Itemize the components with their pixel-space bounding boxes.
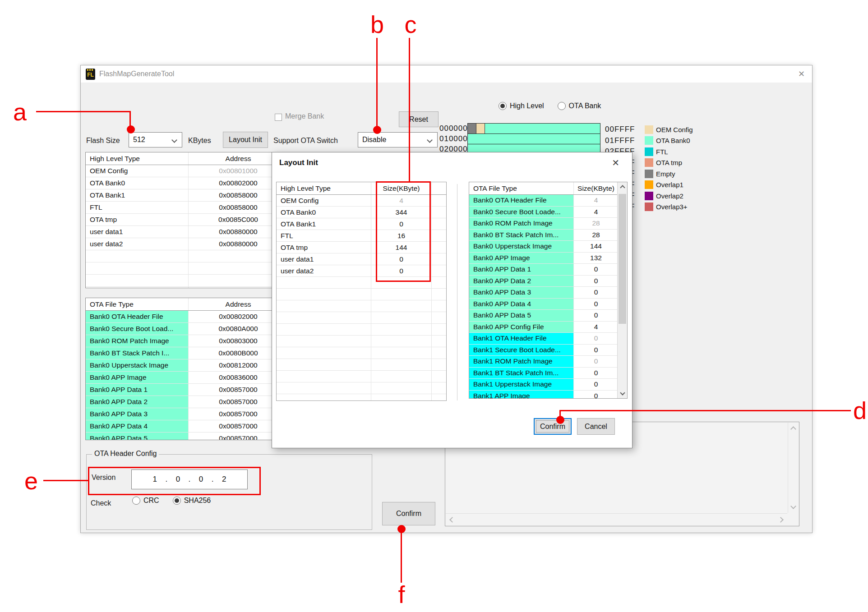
table-row[interactable]: Bank0 APP Image132 [469, 253, 627, 264]
legend-swatch [645, 125, 653, 134]
table-row[interactable]: Bank0 ROM Patch Image28 [469, 218, 627, 230]
table-row[interactable]: Bank0 APP Data 10 [469, 264, 627, 276]
view-radio-ota-bank[interactable] [558, 102, 566, 110]
table-row[interactable]: Bank0 APP Data 10x00857000 [86, 384, 288, 396]
scroll-right-icon[interactable] [778, 517, 784, 523]
table-row[interactable]: Bank0 BT Stack Patch I...0x0080B000 [86, 347, 288, 359]
table-row[interactable]: FTL0x00858000 [86, 202, 288, 214]
table-row-empty [277, 324, 446, 336]
cell-value[interactable]: 4 [574, 207, 618, 218]
cell-value[interactable]: 0 [574, 356, 618, 367]
cell-empty [277, 382, 371, 394]
cell-value[interactable]: 0 [574, 391, 618, 399]
table-row[interactable]: Bank0 Secure Boot Loade...4 [469, 207, 627, 218]
window-title: FlashMapGenerateTool [99, 70, 174, 78]
dialog-confirm-button[interactable]: Confirm [534, 418, 572, 435]
cell-value[interactable]: 4 [574, 322, 618, 333]
flash-size-combobox[interactable]: 512 [129, 132, 182, 147]
cell-value[interactable]: 0 [574, 310, 618, 321]
cell-value[interactable]: 0 [574, 276, 618, 287]
table-row[interactable]: Bank1 OTA Header File0 [469, 333, 627, 345]
dialog-close-icon[interactable]: ✕ [612, 157, 619, 168]
cell-value[interactable]: 0 [574, 368, 618, 379]
cell-type: Bank0 BT Stack Patch I... [86, 347, 189, 359]
table-row[interactable]: Bank0 OTA Header File0x00802000 [86, 311, 288, 323]
sdcard-pins-icon [87, 69, 94, 71]
check-radio-sha256[interactable] [173, 497, 181, 505]
cell-value[interactable]: 132 [574, 253, 618, 264]
annotation-letter-c: c [405, 12, 417, 37]
table-row[interactable]: Bank0 APP Data 50 [469, 310, 627, 322]
cell-type: Bank1 APP Image [469, 391, 574, 399]
table-row[interactable]: Bank1 ROM Patch Image0 [469, 356, 627, 368]
check-radio-crc[interactable] [132, 497, 140, 505]
table-row[interactable]: Bank1 Upperstack Image0 [469, 379, 627, 391]
table-row[interactable]: Bank0 APP Data 30x00857000 [86, 408, 288, 420]
cell-value[interactable]: 0 [574, 333, 618, 344]
table-row[interactable]: Bank0 APP Config File4 [469, 322, 627, 333]
scroll-down-icon[interactable] [790, 503, 796, 509]
dialog-scrollbar[interactable] [617, 182, 627, 398]
table-row[interactable]: Bank1 BT Stack Patch Im...0 [469, 368, 627, 379]
table-row[interactable]: Bank0 Upperstack Image0x00812000 [86, 359, 288, 372]
table-header-row: OTA File TypeAddress [86, 298, 288, 311]
table-row[interactable]: Bank0 Upperstack Image144 [469, 241, 627, 253]
support-ota-combobox[interactable]: Disable [358, 132, 438, 147]
column-header-type: OTA File Type [469, 182, 574, 194]
scroll-up-button[interactable] [618, 182, 627, 193]
table-row[interactable]: OEM Config0x00801000 [86, 165, 288, 177]
cell-value[interactable]: 0 [574, 299, 618, 310]
table-row[interactable]: OTA Bank10x00858000 [86, 189, 288, 202]
cell-type: OEM Config [277, 195, 371, 206]
vertical-scrollbar[interactable] [788, 423, 799, 513]
table-row[interactable]: OTA tmp0x0085C000 [86, 214, 288, 226]
table-row[interactable]: Bank0 APP Data 50x00857000 [86, 433, 288, 440]
scroll-left-icon[interactable] [449, 517, 455, 523]
cell-value[interactable]: 28 [574, 218, 618, 229]
cell-value[interactable]: 0 [574, 287, 618, 298]
horizontal-scrollbar[interactable] [446, 513, 787, 525]
view-radio-high-level[interactable] [499, 102, 507, 110]
table-row[interactable]: Bank0 APP Data 40x00857000 [86, 420, 288, 433]
table-row[interactable]: Bank0 APP Data 20x00857000 [86, 396, 288, 408]
scrollbar-thumb[interactable] [619, 194, 626, 324]
cell-value[interactable]: 0 [574, 264, 618, 275]
table-row[interactable]: Bank1 APP Image0 [469, 391, 627, 399]
cell-type: OTA Bank0 [86, 177, 189, 189]
scroll-down-button[interactable] [618, 387, 627, 398]
table-row[interactable]: Bank0 APP Data 30 [469, 287, 627, 299]
reset-button[interactable]: Reset [399, 111, 439, 127]
table-row[interactable]: Bank0 OTA Header File4 [469, 195, 627, 207]
dialog-cancel-button[interactable]: Cancel [577, 418, 615, 435]
table-row[interactable]: Bank0 APP Image0x00836000 [86, 372, 288, 384]
annotation-rect-e [88, 467, 261, 495]
cell-value[interactable]: 4 [574, 195, 618, 206]
scroll-up-icon[interactable] [790, 426, 796, 432]
main-confirm-button[interactable]: Confirm [382, 502, 435, 525]
table-row[interactable]: Bank0 BT Stack Patch Im...28 [469, 230, 627, 241]
cell-value[interactable]: 0 [574, 379, 618, 390]
cell-value[interactable]: 28 [574, 230, 618, 241]
cell-value[interactable]: 0 [574, 345, 618, 356]
cell-type: Bank0 APP Data 2 [86, 396, 189, 408]
layout-init-button[interactable]: Layout Init [223, 132, 268, 148]
cell-empty [431, 230, 446, 241]
cell-type: Bank0 Upperstack Image [86, 359, 189, 371]
table-row[interactable]: user data10x00880000 [86, 226, 288, 238]
table-row[interactable]: Bank0 APP Data 40 [469, 299, 627, 310]
table-row[interactable]: user data20x00880000 [86, 238, 288, 250]
annotation-line-a [36, 111, 131, 112]
table-row-empty [277, 300, 446, 312]
table-row[interactable]: Bank0 Secure Boot Load...0x0080A000 [86, 323, 288, 335]
table-row[interactable]: Bank0 ROM Patch Image0x00803000 [86, 335, 288, 347]
cell-type: Bank1 Upperstack Image [469, 379, 574, 390]
cell-empty [86, 262, 189, 274]
table-row[interactable]: Bank0 APP Data 20 [469, 276, 627, 287]
cell-value[interactable]: 144 [574, 241, 618, 252]
legend-row: 01FFFFOTA Bank0 [605, 135, 693, 147]
merge-bank-checkbox[interactable] [275, 114, 282, 121]
table-row-empty [277, 394, 446, 401]
window-close-icon[interactable]: ✕ [798, 69, 805, 79]
table-row[interactable]: OTA Bank00x00802000 [86, 177, 288, 189]
table-row[interactable]: Bank1 Secure Boot Loade...0 [469, 345, 627, 356]
